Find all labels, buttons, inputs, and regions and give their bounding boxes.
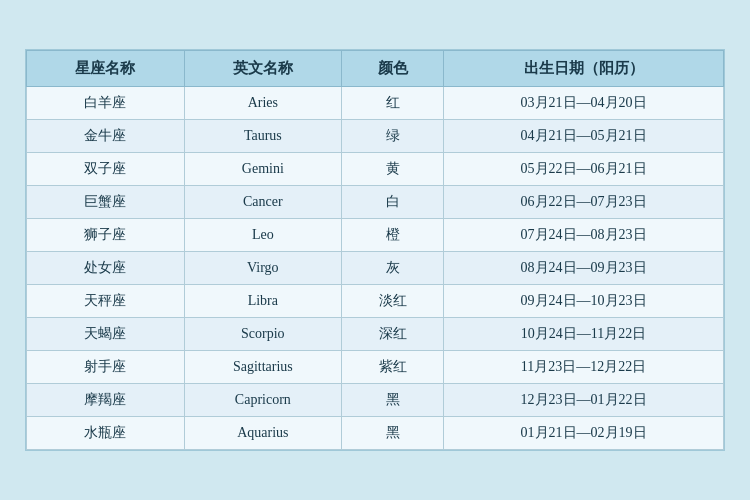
table-cell: 11月23日—12月22日 <box>444 351 724 384</box>
table-cell: 12月23日—01月22日 <box>444 384 724 417</box>
table-cell: Virgo <box>184 252 342 285</box>
table-cell: 黑 <box>342 417 444 450</box>
table-cell: Cancer <box>184 186 342 219</box>
table-cell: 水瓶座 <box>27 417 185 450</box>
table-row: 双子座Gemini黄05月22日—06月21日 <box>27 153 724 186</box>
zodiac-table-container: 星座名称英文名称颜色出生日期（阳历） 白羊座Aries红03月21日—04月20… <box>25 49 725 451</box>
table-cell: Aquarius <box>184 417 342 450</box>
table-cell: 06月22日—07月23日 <box>444 186 724 219</box>
table-cell: 巨蟹座 <box>27 186 185 219</box>
table-row: 摩羯座Capricorn黑12月23日—01月22日 <box>27 384 724 417</box>
table-cell: 白 <box>342 186 444 219</box>
table-cell: 灰 <box>342 252 444 285</box>
table-row: 天秤座Libra淡红09月24日—10月23日 <box>27 285 724 318</box>
table-cell: 白羊座 <box>27 87 185 120</box>
table-row: 狮子座Leo橙07月24日—08月23日 <box>27 219 724 252</box>
table-cell: 摩羯座 <box>27 384 185 417</box>
table-cell: 天秤座 <box>27 285 185 318</box>
table-cell: Taurus <box>184 120 342 153</box>
table-row: 射手座Sagittarius紫红11月23日—12月22日 <box>27 351 724 384</box>
table-cell: 射手座 <box>27 351 185 384</box>
table-cell: 05月22日—06月21日 <box>444 153 724 186</box>
table-row: 处女座Virgo灰08月24日—09月23日 <box>27 252 724 285</box>
column-header: 英文名称 <box>184 51 342 87</box>
table-cell: Libra <box>184 285 342 318</box>
table-cell: Capricorn <box>184 384 342 417</box>
table-cell: Scorpio <box>184 318 342 351</box>
table-cell: Leo <box>184 219 342 252</box>
column-header: 颜色 <box>342 51 444 87</box>
table-cell: Sagittarius <box>184 351 342 384</box>
table-row: 巨蟹座Cancer白06月22日—07月23日 <box>27 186 724 219</box>
column-header: 出生日期（阳历） <box>444 51 724 87</box>
table-cell: 红 <box>342 87 444 120</box>
table-cell: 天蝎座 <box>27 318 185 351</box>
table-row: 金牛座Taurus绿04月21日—05月21日 <box>27 120 724 153</box>
table-cell: 04月21日—05月21日 <box>444 120 724 153</box>
table-header-row: 星座名称英文名称颜色出生日期（阳历） <box>27 51 724 87</box>
table-row: 白羊座Aries红03月21日—04月20日 <box>27 87 724 120</box>
table-cell: 绿 <box>342 120 444 153</box>
table-cell: 01月21日—02月19日 <box>444 417 724 450</box>
table-row: 天蝎座Scorpio深红10月24日—11月22日 <box>27 318 724 351</box>
table-cell: 07月24日—08月23日 <box>444 219 724 252</box>
table-cell: 03月21日—04月20日 <box>444 87 724 120</box>
table-cell: 深红 <box>342 318 444 351</box>
table-cell: 紫红 <box>342 351 444 384</box>
table-cell: 金牛座 <box>27 120 185 153</box>
table-cell: 09月24日—10月23日 <box>444 285 724 318</box>
table-cell: 双子座 <box>27 153 185 186</box>
table-cell: 橙 <box>342 219 444 252</box>
table-cell: 08月24日—09月23日 <box>444 252 724 285</box>
table-cell: 狮子座 <box>27 219 185 252</box>
table-cell: 黄 <box>342 153 444 186</box>
table-body: 白羊座Aries红03月21日—04月20日金牛座Taurus绿04月21日—0… <box>27 87 724 450</box>
table-cell: 处女座 <box>27 252 185 285</box>
table-cell: 10月24日—11月22日 <box>444 318 724 351</box>
zodiac-table: 星座名称英文名称颜色出生日期（阳历） 白羊座Aries红03月21日—04月20… <box>26 50 724 450</box>
table-cell: 淡红 <box>342 285 444 318</box>
table-cell: Gemini <box>184 153 342 186</box>
table-cell: Aries <box>184 87 342 120</box>
column-header: 星座名称 <box>27 51 185 87</box>
table-cell: 黑 <box>342 384 444 417</box>
table-row: 水瓶座Aquarius黑01月21日—02月19日 <box>27 417 724 450</box>
